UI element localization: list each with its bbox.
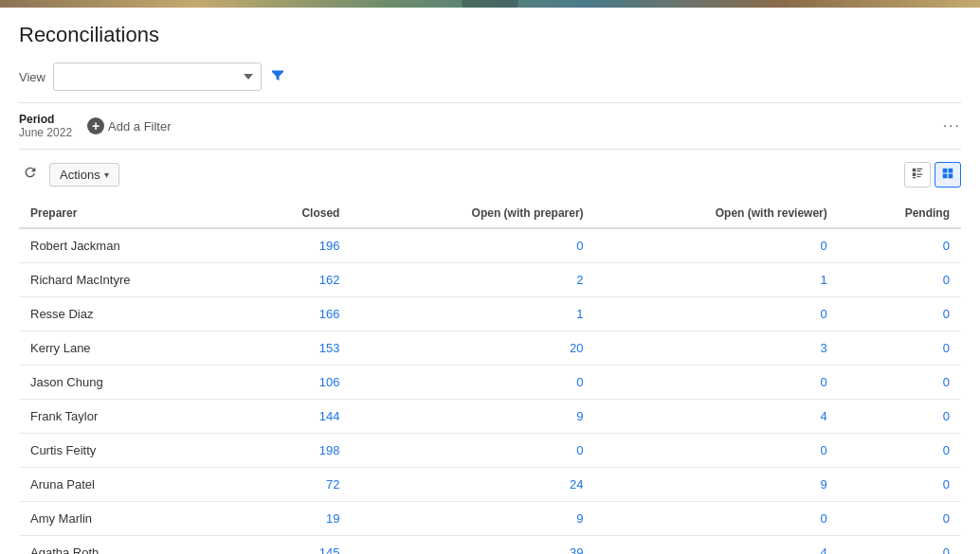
cell-openReviewer[interactable]: 0 [595,502,839,536]
add-filter-label: Add a Filter [108,119,171,134]
toolbar-row: Actions ▾ [19,161,961,188]
toolbar-left: Actions ▾ [19,161,119,188]
cell-preparer: Kerry Lane [19,331,241,366]
cell-openPreparer[interactable]: 0 [351,228,594,263]
page-content: Reconciliations View Period June 2022 + … [0,8,980,554]
col-pending: Pending [839,199,961,228]
actions-button[interactable]: Actions ▾ [49,163,119,187]
refresh-button[interactable] [19,161,42,188]
list-view-toggle[interactable] [904,162,931,188]
cell-preparer: Richard MacIntyre [19,263,241,297]
cell-pending[interactable]: 0 [839,502,961,536]
cell-openPreparer[interactable]: 2 [351,263,594,297]
table-row[interactable]: Frank Taylor144940 [19,400,961,434]
cell-preparer: Robert Jackman [19,228,241,263]
cell-preparer: Amy Marlin [19,502,241,536]
table-header: Preparer Closed Open (with preparer) Ope… [19,199,961,228]
add-filter-button[interactable]: + Add a Filter [87,117,171,134]
cell-pending[interactable]: 0 [839,434,961,468]
table-row[interactable]: Amy Marlin19900 [19,502,961,536]
reconciliations-table: Preparer Closed Open (with preparer) Ope… [19,199,961,554]
cell-openPreparer[interactable]: 1 [351,297,594,331]
cell-openReviewer[interactable]: 3 [595,331,839,366]
cell-closed[interactable]: 145 [241,536,351,555]
col-preparer: Preparer [19,199,241,228]
cell-pending[interactable]: 0 [839,400,961,434]
cell-pending[interactable]: 0 [839,297,961,331]
col-open-reviewer: Open (with reviewer) [595,199,839,228]
cell-closed[interactable]: 72 [241,468,351,502]
cell-preparer: Resse Diaz [19,297,241,331]
cell-closed[interactable]: 106 [241,366,351,400]
cell-openPreparer[interactable]: 39 [351,536,594,555]
cell-closed[interactable]: 166 [241,297,351,331]
cell-openPreparer[interactable]: 20 [351,331,594,366]
cell-closed[interactable]: 19 [241,502,351,536]
page-title: Reconciliations [19,23,961,47]
add-filter-icon: + [87,117,104,134]
col-open-preparer: Open (with preparer) [351,199,594,228]
cell-openReviewer[interactable]: 0 [595,366,839,400]
cell-openReviewer[interactable]: 4 [595,536,839,555]
filter-left: Period June 2022 + Add a Filter [19,113,172,139]
table-body: Robert Jackman196000Richard MacIntyre162… [19,228,961,554]
filter-icon[interactable] [269,66,286,87]
drag-handle[interactable] [462,0,518,8]
table-row[interactable]: Aruna Patel722490 [19,468,961,502]
table-row[interactable]: Robert Jackman196000 [19,228,961,263]
cell-openReviewer[interactable]: 4 [595,400,839,434]
table-row[interactable]: Agatha Roth1453940 [19,536,961,555]
cell-closed[interactable]: 162 [241,263,351,297]
cell-openReviewer[interactable]: 0 [595,228,839,263]
cell-pending[interactable]: 0 [839,468,961,502]
cell-pending[interactable]: 0 [839,366,961,400]
table-row[interactable]: Curtis Feitty198000 [19,434,961,468]
grid-view-toggle[interactable] [935,162,961,188]
cell-openPreparer[interactable]: 0 [351,366,594,400]
cell-openReviewer[interactable]: 0 [595,434,839,468]
cell-preparer: Aruna Patel [19,468,241,502]
cell-openReviewer[interactable]: 1 [595,263,839,297]
cell-pending[interactable]: 0 [839,263,961,297]
cell-pending[interactable]: 0 [839,228,961,263]
actions-caret-icon: ▾ [104,170,109,180]
period-block: Period June 2022 [19,113,72,139]
cell-openPreparer[interactable]: 9 [351,400,594,434]
period-value: June 2022 [19,126,72,139]
table-header-row: Preparer Closed Open (with preparer) Ope… [19,199,961,228]
cell-closed[interactable]: 198 [241,434,351,468]
cell-closed[interactable]: 144 [241,400,351,434]
actions-label: Actions [60,168,100,182]
cell-closed[interactable]: 196 [241,228,351,263]
table-row[interactable]: Richard MacIntyre162210 [19,263,961,297]
view-row: View [19,63,961,91]
cell-preparer: Agatha Roth [19,536,241,555]
cell-preparer: Curtis Feitty [19,434,241,468]
cell-preparer: Frank Taylor [19,400,241,434]
filter-section: Period June 2022 + Add a Filter ··· [19,102,961,150]
table-row[interactable]: Resse Diaz166100 [19,297,961,331]
table-row[interactable]: Jason Chung106000 [19,366,961,400]
cell-openPreparer[interactable]: 9 [351,502,594,536]
view-select[interactable] [53,63,262,91]
cell-openPreparer[interactable]: 24 [351,468,594,502]
col-closed: Closed [241,199,351,228]
cell-pending[interactable]: 0 [839,536,961,555]
cell-preparer: Jason Chung [19,366,241,400]
period-label: Period [19,113,72,126]
toolbar-right [904,162,961,188]
cell-openReviewer[interactable]: 0 [595,297,839,331]
cell-openPreparer[interactable]: 0 [351,434,594,468]
table-row[interactable]: Kerry Lane1532030 [19,331,961,366]
view-label: View [19,70,45,84]
three-dots-menu[interactable]: ··· [943,117,961,134]
cell-pending[interactable]: 0 [839,331,961,366]
cell-openReviewer[interactable]: 9 [595,468,839,502]
cell-closed[interactable]: 153 [241,331,351,366]
top-bar [0,0,980,8]
